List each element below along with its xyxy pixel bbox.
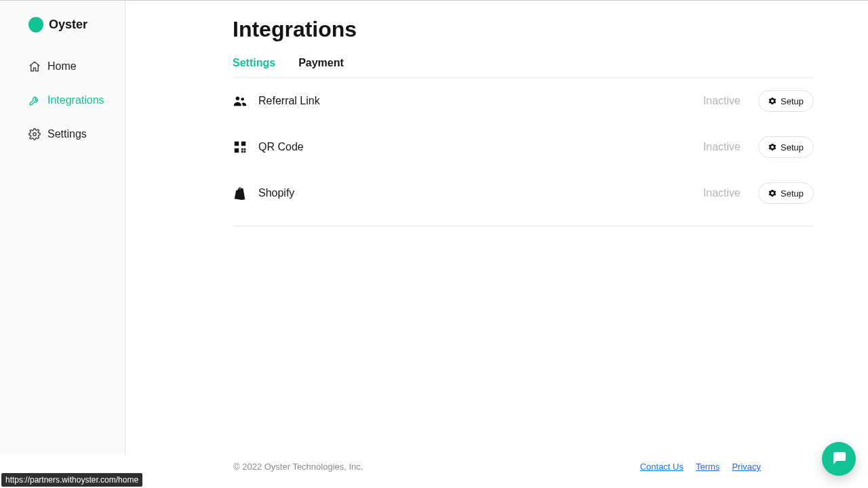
setup-label: Setup xyxy=(781,188,804,199)
people-icon xyxy=(233,94,248,108)
svg-point-0 xyxy=(33,133,37,136)
brand-name: Oyster xyxy=(49,18,87,32)
footer-links: Contact Us Terms Privacy xyxy=(640,462,761,472)
footer-link-terms[interactable]: Terms xyxy=(696,462,719,472)
gear-icon xyxy=(768,97,776,105)
main-content: Integrations Settings Payment Referral L… xyxy=(125,1,868,455)
sidebar-item-label: Integrations xyxy=(47,94,104,106)
home-icon xyxy=(28,60,41,73)
sidebar-item-settings[interactable]: Settings xyxy=(7,119,118,150)
sidebar-item-integrations[interactable]: Integrations xyxy=(7,85,118,116)
gear-icon xyxy=(768,189,776,197)
integration-name: Referral Link xyxy=(258,95,703,107)
footer-link-privacy[interactable]: Privacy xyxy=(732,462,761,472)
svg-rect-5 xyxy=(235,148,239,152)
integration-name: QR Code xyxy=(258,141,703,153)
wrench-icon xyxy=(28,94,41,106)
svg-rect-3 xyxy=(235,142,239,146)
tabs: Settings Payment xyxy=(233,53,814,78)
footer-copyright: © 2022 Oyster Technologies, Inc. xyxy=(233,462,363,472)
integration-row-referral-link: Referral Link Inactive Setup xyxy=(233,78,814,124)
qr-icon xyxy=(233,140,248,155)
chat-launcher[interactable] xyxy=(822,442,856,476)
integration-row-qr-code: QR Code Inactive Setup xyxy=(233,124,814,170)
sidebar-item-home[interactable]: Home xyxy=(7,51,118,82)
browser-url-hint: https://partners.withoyster.com/home xyxy=(1,473,142,487)
svg-rect-8 xyxy=(244,148,246,150)
sidebar: Oyster Home Integrations Settings xyxy=(0,1,125,455)
integration-status: Inactive xyxy=(703,95,741,107)
integration-name: Shopify xyxy=(258,187,703,199)
integration-status: Inactive xyxy=(703,187,741,199)
svg-rect-7 xyxy=(244,151,246,153)
setup-button[interactable]: Setup xyxy=(758,182,814,204)
svg-rect-4 xyxy=(241,142,245,146)
svg-point-1 xyxy=(236,97,240,101)
tab-label: Settings xyxy=(233,57,275,68)
page-title: Integrations xyxy=(233,17,814,42)
setup-button[interactable]: Setup xyxy=(758,136,814,158)
brand[interactable]: Oyster xyxy=(0,17,125,51)
svg-point-2 xyxy=(241,98,244,101)
integration-row-shopify: Shopify Inactive Setup xyxy=(233,170,814,216)
footer-link-contact[interactable]: Contact Us xyxy=(640,462,684,472)
setup-label: Setup xyxy=(781,96,804,106)
gear-icon xyxy=(768,143,776,151)
integration-list: Referral Link Inactive Setup QR Code Ina… xyxy=(233,78,814,226)
integration-status: Inactive xyxy=(703,141,741,153)
tab-settings[interactable]: Settings xyxy=(233,53,275,77)
sidebar-item-label: Settings xyxy=(47,128,87,140)
sidebar-nav: Home Integrations Settings xyxy=(0,51,125,150)
gear-icon xyxy=(28,128,41,140)
brand-logo-icon xyxy=(28,17,43,32)
chat-icon xyxy=(831,449,847,468)
svg-rect-9 xyxy=(241,151,243,153)
svg-rect-6 xyxy=(241,148,243,150)
tab-payment[interactable]: Payment xyxy=(298,53,344,77)
setup-button[interactable]: Setup xyxy=(758,90,814,112)
tab-label: Payment xyxy=(298,57,344,68)
shopify-icon xyxy=(233,186,248,201)
setup-label: Setup xyxy=(781,142,804,152)
sidebar-item-label: Home xyxy=(47,60,77,73)
